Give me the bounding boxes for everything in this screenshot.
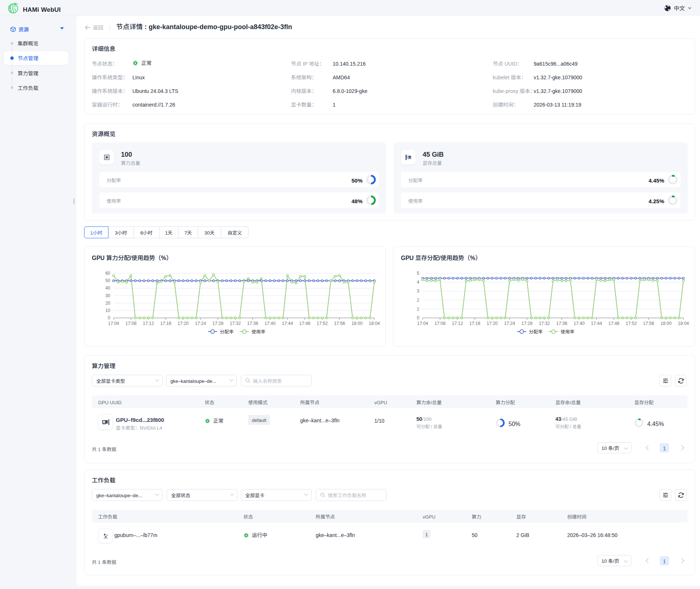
svg-text:17:56: 17:56 bbox=[334, 321, 345, 326]
svg-text:17:40: 17:40 bbox=[573, 321, 585, 326]
svg-text:18:04: 18:04 bbox=[678, 321, 689, 326]
svg-text:17:04: 17:04 bbox=[417, 321, 428, 326]
svg-text:17:16: 17:16 bbox=[469, 321, 480, 326]
svg-text:17:20: 17:20 bbox=[177, 321, 188, 326]
svg-text:18:00: 18:00 bbox=[661, 321, 672, 326]
svg-text:使用率: 使用率 bbox=[561, 328, 575, 335]
svg-text:17:16: 17:16 bbox=[160, 321, 171, 326]
svg-text:4: 4 bbox=[417, 280, 419, 285]
svg-text:17:08: 17:08 bbox=[125, 321, 136, 326]
svg-text:17:44: 17:44 bbox=[591, 321, 602, 326]
svg-text:2: 2 bbox=[417, 298, 419, 303]
svg-text:分配率: 分配率 bbox=[529, 328, 543, 335]
svg-text:17:52: 17:52 bbox=[626, 321, 637, 326]
svg-text:0: 0 bbox=[108, 315, 110, 321]
svg-text:使用率: 使用率 bbox=[252, 328, 266, 335]
svg-text:17:12: 17:12 bbox=[452, 321, 463, 326]
svg-text:17:56: 17:56 bbox=[643, 321, 654, 326]
svg-text:17:32: 17:32 bbox=[230, 321, 241, 326]
svg-text:40: 40 bbox=[105, 285, 111, 291]
svg-text:20: 20 bbox=[105, 301, 111, 306]
svg-text:18:04: 18:04 bbox=[369, 321, 380, 326]
svg-text:18:00: 18:00 bbox=[351, 321, 363, 326]
svg-text:17:20: 17:20 bbox=[486, 321, 498, 326]
svg-text:10: 10 bbox=[105, 308, 111, 313]
svg-text:17:44: 17:44 bbox=[282, 321, 293, 326]
svg-text:17:32: 17:32 bbox=[539, 321, 550, 326]
svg-text:17:28: 17:28 bbox=[521, 321, 533, 326]
svg-text:30: 30 bbox=[105, 293, 111, 298]
svg-text:分配率: 分配率 bbox=[220, 328, 234, 335]
svg-text:17:48: 17:48 bbox=[608, 321, 619, 326]
svg-text:1: 1 bbox=[417, 306, 419, 312]
svg-text:60: 60 bbox=[105, 271, 111, 276]
svg-text:17:28: 17:28 bbox=[212, 321, 223, 326]
svg-text:17:52: 17:52 bbox=[317, 321, 328, 326]
svg-text:0: 0 bbox=[417, 315, 419, 321]
svg-text:17:08: 17:08 bbox=[434, 321, 446, 326]
svg-text:17:12: 17:12 bbox=[143, 321, 154, 326]
svg-text:17:24: 17:24 bbox=[195, 321, 206, 326]
svg-text:17:36: 17:36 bbox=[556, 321, 567, 326]
svg-text:5: 5 bbox=[417, 271, 419, 276]
svg-text:17:40: 17:40 bbox=[264, 321, 276, 326]
svg-text:50: 50 bbox=[105, 278, 111, 283]
svg-text:17:04: 17:04 bbox=[108, 321, 119, 326]
svg-text:17:48: 17:48 bbox=[299, 321, 310, 326]
svg-text:17:36: 17:36 bbox=[247, 321, 258, 326]
svg-text:17:24: 17:24 bbox=[504, 321, 515, 326]
svg-text:3: 3 bbox=[417, 288, 419, 294]
